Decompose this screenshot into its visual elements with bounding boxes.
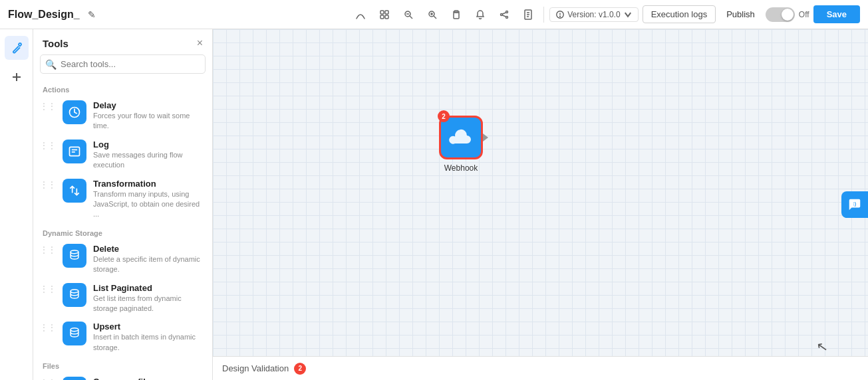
- section-files-label: Files: [33, 357, 212, 373]
- svg-rect-11: [454, 13, 459, 19]
- tools-sidebar-button[interactable]: [5, 36, 29, 60]
- svg-line-16: [503, 15, 506, 17]
- svg-point-13: [501, 13, 503, 15]
- tools-list: Actions ⋮⋮ Delay Forces your flow to wai…: [33, 80, 212, 380]
- upsert-icon: [63, 322, 86, 345]
- save-button[interactable]: Save: [813, 5, 860, 23]
- tool-item-compress-files[interactable]: ⋮⋮ Compress files Compress files to zip …: [33, 373, 212, 380]
- delete-button[interactable]: [446, 5, 466, 25]
- version-badge[interactable]: Version: v1.0.0: [549, 7, 638, 22]
- page-title: Flow_Design_: [8, 9, 80, 21]
- svg-line-8: [434, 16, 436, 19]
- connector-arrow: [483, 134, 488, 142]
- svg-rect-2: [380, 15, 384, 19]
- tool-desc: Delete a specific item of dynamic storag…: [93, 254, 206, 275]
- svg-point-32: [71, 250, 78, 253]
- drag-handle: ⋮⋮: [40, 100, 56, 111]
- delete-icon: [63, 244, 86, 268]
- active-toggle[interactable]: [766, 7, 795, 22]
- svg-line-5: [410, 16, 412, 19]
- toggle-knob: [782, 9, 794, 21]
- svg-point-34: [71, 328, 78, 332]
- bottom-bar: Design Validation 2: [213, 356, 868, 380]
- toggle-container: Off: [766, 7, 809, 22]
- tool-name: Upsert: [93, 322, 206, 332]
- svg-point-14: [506, 16, 508, 18]
- tool-desc: Save messages during flow execution: [93, 150, 206, 171]
- tools-search: 🔍: [40, 54, 206, 74]
- design-validation-badge: 2: [294, 363, 306, 375]
- drag-handle: ⋮⋮: [40, 377, 56, 380]
- tool-item-transformation[interactable]: ⋮⋮ Transformation Transform many inputs,…: [33, 175, 212, 224]
- node-connector[interactable]: [481, 133, 490, 142]
- tool-item-delete[interactable]: ⋮⋮ Delete Delete a specific item of dyna…: [33, 240, 212, 279]
- section-dynamic-storage-label: Dynamic Storage: [33, 224, 212, 240]
- cursor-icon: ↖: [815, 338, 829, 356]
- tool-name: Delay: [93, 100, 206, 110]
- edit-icon[interactable]: ✎: [88, 9, 96, 20]
- compress-files-icon: [63, 377, 86, 380]
- main: Tools × 🔍 Actions ⋮⋮ Delay Forces your f…: [0, 29, 868, 380]
- zoom-in-button[interactable]: [422, 5, 442, 25]
- tools-panel: Tools × 🔍 Actions ⋮⋮ Delay Forces your f…: [33, 29, 213, 380]
- search-icon: 🔍: [45, 59, 57, 70]
- add-sidebar-button[interactable]: [5, 65, 29, 89]
- chat-widget-button[interactable]: :): [841, 191, 868, 218]
- node-error-badge: 2: [438, 110, 450, 122]
- drag-handle: ⋮⋮: [40, 179, 56, 189]
- share-button[interactable]: [494, 5, 514, 25]
- node-box[interactable]: [439, 116, 483, 159]
- left-sidebar: [0, 29, 33, 380]
- list-paginated-icon: [63, 283, 86, 307]
- tool-desc: Forces your flow to wait some time.: [93, 111, 206, 132]
- svg-line-15: [503, 13, 506, 14]
- delay-icon: [63, 100, 86, 124]
- version-label: Version: v1.0.0: [567, 10, 620, 19]
- tool-item-delay[interactable]: ⋮⋮ Delay Forces your flow to wait some t…: [33, 96, 212, 136]
- tool-name: Delete: [93, 244, 206, 254]
- tool-name: Transformation: [93, 179, 206, 189]
- log-icon: [63, 140, 86, 163]
- tool-desc: Transform many inputs, using JavaScript,…: [93, 189, 206, 220]
- svg-text::): :): [853, 201, 856, 207]
- toolbar-divider: [543, 7, 544, 23]
- tools-close-button[interactable]: ×: [197, 37, 203, 49]
- drag-handle: ⋮⋮: [40, 140, 56, 150]
- tools-panel-title: Tools: [43, 38, 69, 49]
- section-actions-label: Actions: [33, 80, 212, 96]
- tool-item-list-paginated[interactable]: ⋮⋮ List Paginated Get list items from dy…: [33, 279, 212, 318]
- tool-desc: Insert in batch items in dynamic storage…: [93, 332, 206, 353]
- transformation-icon: [63, 179, 86, 203]
- execution-logs-button[interactable]: Execution logs: [643, 5, 716, 23]
- drag-handle: ⋮⋮: [40, 283, 56, 294]
- tool-item-upsert[interactable]: ⋮⋮ Upsert Insert in batch items in dynam…: [33, 318, 212, 357]
- tools-search-input[interactable]: [40, 54, 206, 74]
- tool-name: Compress files: [93, 377, 206, 380]
- zoom-out-button[interactable]: [398, 5, 418, 25]
- tool-name: List Paginated: [93, 283, 206, 293]
- grid-tool-button[interactable]: [374, 5, 394, 25]
- design-validation-label: Design Validation: [222, 363, 289, 373]
- tool-desc: Get list items from dynamic storage pagi…: [93, 294, 206, 314]
- svg-rect-0: [380, 11, 384, 14]
- webhook-node[interactable]: 2 Webhook: [439, 116, 483, 173]
- tool-name: Log: [93, 140, 206, 149]
- node-label: Webhook: [444, 163, 478, 173]
- page-button[interactable]: [518, 5, 538, 25]
- svg-rect-1: [385, 11, 388, 14]
- svg-point-12: [506, 11, 508, 13]
- publish-button[interactable]: Publish: [720, 6, 762, 23]
- canvas[interactable]: 2 Webhook :) ↖ Design Validation: [213, 29, 868, 380]
- toggle-label: Off: [799, 10, 809, 19]
- notification-button[interactable]: [470, 5, 490, 25]
- drag-handle: ⋮⋮: [40, 244, 56, 254]
- tool-item-log[interactable]: ⋮⋮ Log Save messages during flow executi…: [33, 136, 212, 175]
- toolbar: Version: v1.0.0 Execution logs Publish O…: [351, 5, 860, 25]
- svg-rect-3: [385, 15, 388, 19]
- header: Flow_Design_ ✎: [0, 0, 868, 29]
- svg-point-23: [560, 16, 561, 17]
- svg-point-33: [71, 289, 78, 292]
- tools-header: Tools ×: [33, 29, 212, 54]
- curve-tool-button[interactable]: [351, 5, 370, 25]
- drag-handle: ⋮⋮: [40, 322, 56, 332]
